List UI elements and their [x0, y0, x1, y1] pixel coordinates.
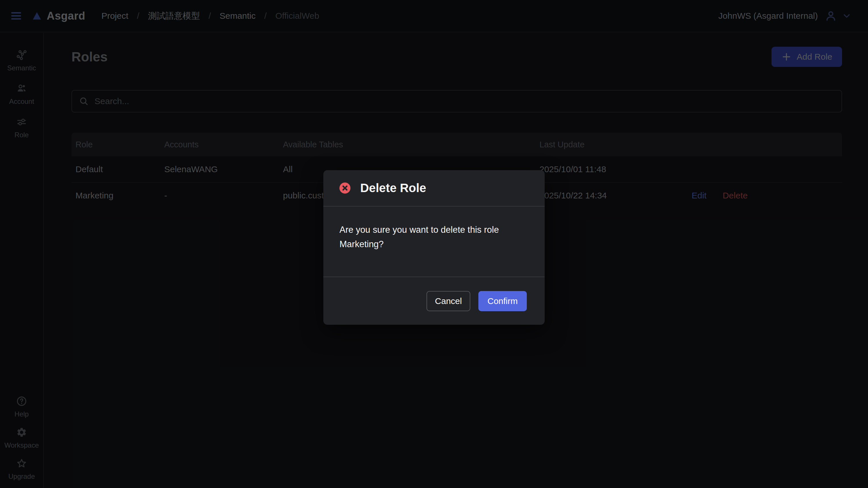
- modal-header: Delete Role: [323, 170, 545, 206]
- modal-message: Are you sure you want to delete this rol…: [339, 223, 529, 252]
- modal-message-line1: Are you sure you want to delete this rol…: [339, 225, 499, 235]
- modal-message-line2: Marketing?: [339, 239, 383, 249]
- delete-role-modal: Delete Role Are you sure you want to del…: [323, 170, 545, 325]
- error-x-circle-icon: [338, 181, 351, 195]
- cancel-button[interactable]: Cancel: [427, 291, 470, 311]
- confirm-button[interactable]: Confirm: [478, 291, 527, 311]
- modal-title: Delete Role: [360, 181, 426, 195]
- modal-footer: Cancel Confirm: [323, 277, 545, 325]
- app-root: Asgard Project / 測試語意模型 / Semantic / Off…: [0, 0, 868, 488]
- modal-body: Are you sure you want to delete this rol…: [323, 206, 545, 277]
